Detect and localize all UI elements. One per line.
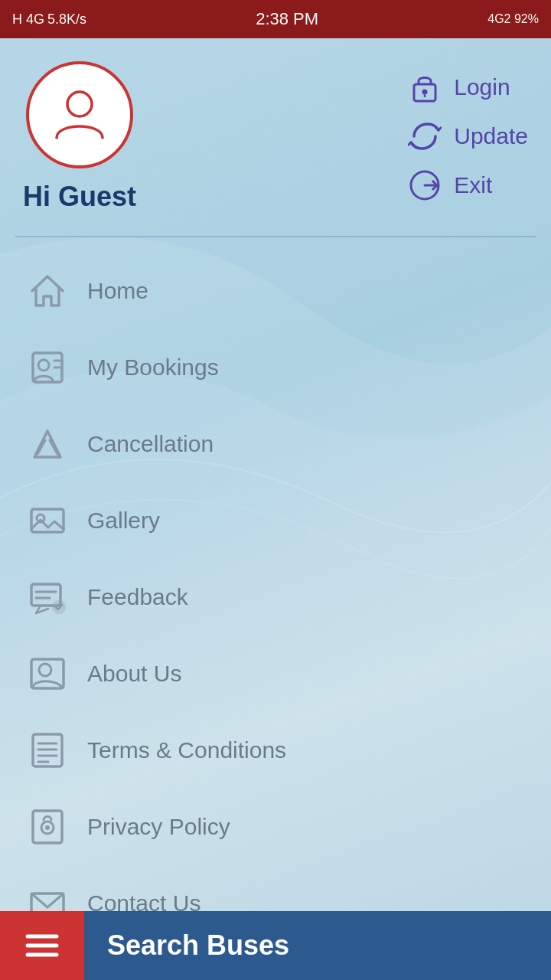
svg-point-27: [45, 825, 50, 830]
header-area: Hi Guest Login: [0, 38, 551, 228]
action-buttons: Login Update: [406, 69, 528, 204]
exit-label: Exit: [454, 172, 492, 198]
battery-text: 4G2 92%: [487, 12, 539, 26]
status-right: 4G2 92%: [487, 12, 539, 26]
nav-bookings-label: My Bookings: [87, 354, 219, 381]
search-buses-label: Search Buses: [107, 929, 289, 962]
refresh-icon: [406, 118, 443, 155]
terms-icon: [23, 726, 72, 775]
lock-icon: [406, 69, 443, 106]
exit-button[interactable]: Exit: [406, 167, 528, 204]
svg-point-2: [422, 90, 428, 95]
feedback-icon: [23, 573, 72, 622]
nav-cancellation-label: Cancellation: [87, 431, 214, 457]
svg-point-0: [67, 92, 92, 116]
main-content: Hi Guest Login: [0, 38, 551, 980]
nav-item-gallery[interactable]: Gallery: [0, 482, 551, 559]
nav-item-my-bookings[interactable]: My Bookings: [0, 329, 551, 406]
search-buses-button[interactable]: Search Buses: [84, 911, 551, 980]
network-text: 5.8K/s: [47, 11, 86, 28]
nav-terms-label: Terms & Conditions: [87, 737, 286, 763]
nav-item-terms[interactable]: Terms & Conditions: [0, 712, 551, 789]
exit-icon: [406, 167, 443, 204]
home-icon: [23, 266, 72, 315]
login-button[interactable]: Login: [406, 69, 528, 106]
bookings-icon: [23, 343, 72, 392]
signal-text: H 4G: [12, 11, 44, 28]
nav-feedback-label: Feedback: [87, 584, 188, 610]
nav-item-cancellation[interactable]: Cancellation: [0, 406, 551, 482]
nav-item-home[interactable]: Home: [0, 253, 551, 329]
svg-point-6: [38, 360, 49, 371]
nav-menu: Home My Bookings: [0, 245, 551, 980]
update-label: Update: [454, 123, 528, 149]
nav-about-label: About Us: [87, 661, 181, 687]
status-bar: H 4G 5.8K/s 2:38 PM 4G2 92%: [0, 0, 551, 38]
user-avatar-icon: [49, 83, 110, 147]
nav-item-about-us[interactable]: About Us: [0, 635, 551, 712]
profile-section: Hi Guest: [23, 61, 136, 213]
gallery-icon: [23, 496, 72, 545]
nav-gallery-label: Gallery: [87, 508, 160, 534]
nav-privacy-label: Privacy Policy: [87, 814, 230, 840]
status-time: 2:38 PM: [256, 9, 318, 29]
privacy-icon: [23, 802, 72, 851]
update-button[interactable]: Update: [406, 118, 528, 155]
nav-item-feedback[interactable]: Feedback: [0, 559, 551, 635]
hamburger-icon: [23, 930, 61, 961]
bottom-bar: Search Buses: [0, 911, 551, 980]
hamburger-button[interactable]: [0, 911, 84, 980]
about-icon: [23, 649, 72, 698]
avatar: [26, 61, 133, 168]
header-divider: [15, 236, 536, 237]
status-left: H 4G 5.8K/s: [12, 11, 86, 28]
greeting-text: Hi Guest: [23, 181, 136, 213]
login-label: Login: [454, 74, 510, 100]
nav-home-label: Home: [87, 278, 148, 304]
svg-point-19: [39, 664, 51, 676]
cancellation-icon: [23, 420, 72, 469]
nav-item-privacy[interactable]: Privacy Policy: [0, 789, 551, 865]
